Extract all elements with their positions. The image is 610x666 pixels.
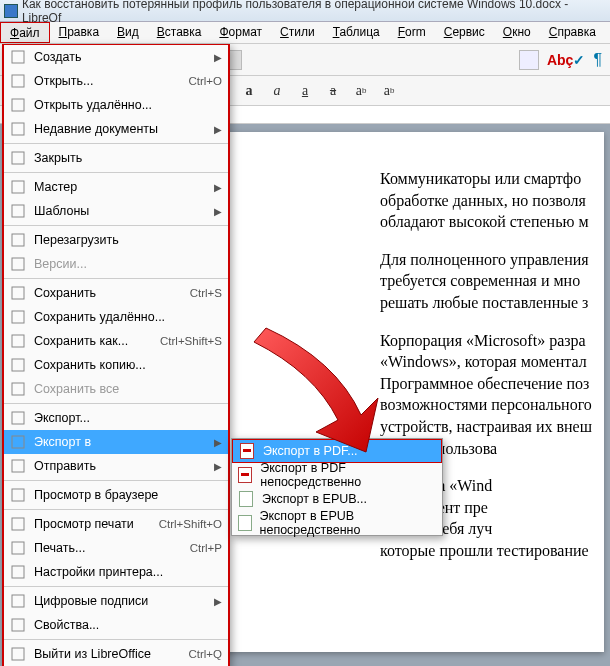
file-menu-item[interactable]: Отправить▶ [4,454,228,478]
spellcheck-icon[interactable]: Abç✓ [547,52,585,68]
window-title: Как восстановить потерянный профиль поль… [22,0,606,25]
menu-item-label: Сохранить [34,286,190,300]
svg-rect-18 [12,518,24,530]
menu-item-icon [8,645,28,663]
menu-item-icon [8,255,28,273]
menu-item-label: Сохранить копию... [34,358,222,372]
pdf-icon [236,466,254,484]
menu-item-label: Печать... [34,541,190,555]
export-submenu-item[interactable]: Экспорт в EPUB... [232,487,442,511]
menu-item-icon [8,149,28,167]
menu-item-label: Сохранить удалённо... [34,310,222,324]
menu-стили[interactable]: Стили [271,22,324,43]
svg-rect-4 [12,152,24,164]
file-menu-item[interactable]: Закрыть [4,146,228,170]
file-menu-item[interactable]: Мастер▶ [4,175,228,199]
svg-rect-17 [12,489,24,501]
menu-item-icon [8,178,28,196]
submenu-item-label: Экспорт в EPUB... [262,492,367,506]
svg-rect-14 [12,412,24,424]
file-menu-item[interactable]: Создать▶ [4,45,228,69]
file-menu-item[interactable]: Свойства... [4,613,228,637]
export-submenu-item[interactable]: Экспорт в PDF... [232,439,442,463]
file-menu-item[interactable]: Шаблоны▶ [4,199,228,223]
svg-rect-12 [12,359,24,371]
menu-item-icon [8,120,28,138]
file-menu-item[interactable]: СохранитьCtrl+S [4,281,228,305]
file-menu-dropdown: Создать▶Открыть...Ctrl+OОткрыть удалённо… [2,44,230,666]
menu-item-label: Закрыть [34,151,222,165]
menu-shortcut: Ctrl+O [188,75,222,87]
menu-item-icon [8,284,28,302]
file-menu-item[interactable]: Просмотр печатиCtrl+Shift+O [4,512,228,536]
submenu-arrow-icon: ▶ [214,206,222,217]
submenu-item-label: Экспорт в EPUB непосредственно [260,509,434,537]
find-icon[interactable] [519,50,539,70]
menu-файл[interactable]: Файл [0,22,50,43]
file-menu-item[interactable]: Выйти из LibreOfficeCtrl+Q [4,642,228,666]
file-menu-item[interactable]: Сохранить удалённо... [4,305,228,329]
menu-item-icon [8,308,28,326]
menu-правка[interactable]: Правка [50,22,109,43]
menu-справка[interactable]: Справка [540,22,605,43]
menu-вставка[interactable]: Вставка [148,22,211,43]
menu-item-icon [8,486,28,504]
menu-form[interactable]: Form [389,22,435,43]
menu-item-label: Отправить [34,459,210,473]
document-paragraph: Для полноценного управления требуется со… [380,249,604,314]
menu-item-label: Мастер [34,180,210,194]
export-submenu-item[interactable]: Экспорт в PDF непосредственно [232,463,442,487]
menubar: ФайлПравкаВидВставкаФорматСтилиТаблицаFo… [0,22,610,44]
file-menu-item[interactable]: Настройки принтера... [4,560,228,584]
file-menu-item[interactable]: Недавние документы▶ [4,117,228,141]
menu-item-icon [8,231,28,249]
bold-icon[interactable]: a [238,80,260,102]
svg-rect-20 [12,566,24,578]
menu-окно[interactable]: Окно [494,22,540,43]
svg-rect-6 [12,205,24,217]
menu-shortcut: Ctrl+Shift+O [159,518,222,530]
svg-rect-19 [12,542,24,554]
svg-rect-21 [12,595,24,607]
menu-item-icon [8,409,28,427]
menu-item-label: Просмотр в браузере [34,488,222,502]
submenu-item-label: Экспорт в PDF... [263,444,358,458]
file-menu-item[interactable]: Цифровые подписи▶ [4,589,228,613]
file-menu-item[interactable]: Печать...Ctrl+P [4,536,228,560]
superscript-icon[interactable]: ab [350,80,372,102]
file-menu-item[interactable]: Открыть...Ctrl+O [4,69,228,93]
menu-вид[interactable]: Вид [108,22,148,43]
subscript-icon[interactable]: ab [378,80,400,102]
titlebar: Как восстановить потерянный профиль поль… [0,0,610,22]
epub-icon [236,490,256,508]
menu-item-label: Выйти из LibreOffice [34,647,188,661]
menu-таблица[interactable]: Таблица [324,22,389,43]
menu-item-icon [8,563,28,581]
menu-item-icon [8,202,28,220]
file-menu-item[interactable]: Перезагрузить [4,228,228,252]
file-menu-item: Сохранить все [4,377,228,401]
underline-icon[interactable]: a [294,80,316,102]
paragraph-icon[interactable]: ¶ [593,51,602,69]
file-menu-item[interactable]: Просмотр в браузере [4,483,228,507]
menu-item-icon [8,433,28,451]
export-submenu-item[interactable]: Экспорт в EPUB непосредственно [232,511,442,535]
svg-rect-2 [12,99,24,111]
file-menu-item[interactable]: Открыть удалённо... [4,93,228,117]
menu-сервис[interactable]: Сервис [435,22,494,43]
menu-item-label: Экспорт в [34,435,210,449]
file-menu-item[interactable]: Экспорт... [4,406,228,430]
italic-icon[interactable]: a [266,80,288,102]
menu-item-icon [8,515,28,533]
menu-item-label: Создать [34,50,210,64]
menu-shortcut: Ctrl+S [190,287,222,299]
submenu-arrow-icon: ▶ [214,461,222,472]
file-menu-item[interactable]: Сохранить копию... [4,353,228,377]
menu-item-label: Версии... [34,257,222,271]
file-menu-item[interactable]: Экспорт в▶ [4,430,228,454]
menu-item-icon [8,356,28,374]
menu-формат[interactable]: Формат [210,22,271,43]
submenu-arrow-icon: ▶ [214,52,222,63]
file-menu-item[interactable]: Сохранить как...Ctrl+Shift+S [4,329,228,353]
strike-icon[interactable]: a [322,80,344,102]
